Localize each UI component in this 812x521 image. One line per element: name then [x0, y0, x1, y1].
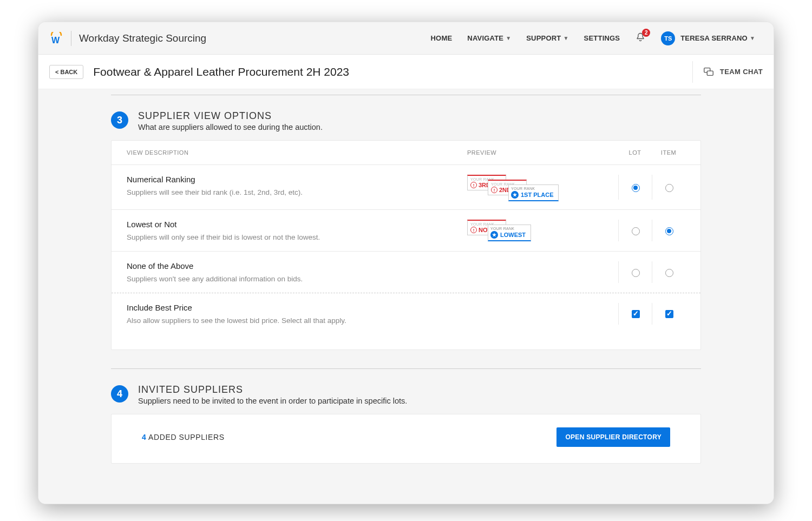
added-count-number: 4	[142, 433, 146, 441]
page-title: Footwear & Apparel Leather Procurement 2…	[93, 65, 349, 78]
page-subheader: < BACK Footwear & Apparel Leather Procur…	[38, 55, 774, 89]
radio-item-none[interactable]	[665, 269, 673, 277]
badge-value: LOWEST	[500, 232, 526, 238]
rank-badge-lowest: YOUR RANK ★LOWEST	[488, 225, 531, 241]
chevron-down-icon: ▼	[506, 35, 511, 41]
options-table-header: VIEW DESCRIPTION PREVIEW LOT ITEM	[112, 141, 700, 165]
nav-navigate-label: NAVIGATE	[467, 34, 503, 42]
badge-value: 1ST PLACE	[521, 192, 554, 198]
team-chat-label: TEAM CHAT	[720, 68, 763, 76]
rank-badge-1st: YOUR RANK ★1ST PLACE	[508, 184, 559, 201]
top-nav: W Workday Strategic Sourcing HOME NAVIGA…	[38, 22, 774, 55]
app-window: W Workday Strategic Sourcing HOME NAVIGA…	[38, 22, 774, 504]
brand-divider	[71, 31, 71, 46]
option-subtitle: Suppliers will see their bid rank (i.e. …	[127, 188, 456, 196]
chevron-down-icon: ▼	[750, 35, 755, 41]
step-badge-3: 3	[111, 111, 128, 129]
option-row-lowest: Lowest or Not Suppliers will only see if…	[112, 210, 700, 252]
star-icon: ★	[490, 231, 498, 239]
radio-item-numerical[interactable]	[665, 184, 673, 192]
nav-support-label: SUPPORT	[526, 34, 561, 42]
col-header-description: VIEW DESCRIPTION	[127, 149, 467, 156]
svg-rect-2	[707, 71, 713, 75]
user-avatar[interactable]: TS	[661, 31, 675, 45]
notifications-button[interactable]: 2	[635, 32, 646, 45]
star-icon: ★	[511, 191, 519, 199]
divider	[692, 61, 693, 83]
step-badge-4: 4	[111, 385, 128, 403]
option-title: None of the Above	[127, 261, 456, 271]
section-4-title: INVITED SUPPLIERS	[138, 384, 407, 395]
divider	[111, 95, 701, 95]
brand-title: Workday Strategic Sourcing	[79, 32, 206, 44]
chat-icon	[703, 66, 715, 78]
col-header-preview: PREVIEW	[467, 149, 619, 156]
nav-settings[interactable]: SETTINGS	[584, 34, 620, 42]
added-count-label: ADDED SUPPLIERS	[148, 433, 224, 441]
supplier-view-options-panel: VIEW DESCRIPTION PREVIEW LOT ITEM Numeri…	[111, 140, 701, 350]
checkbox-lot-best-price[interactable]	[632, 310, 640, 318]
radio-lot-lowest[interactable]	[632, 227, 640, 235]
radio-lot-numerical[interactable]	[632, 184, 640, 192]
option-title: Include Best Price	[127, 303, 456, 312]
nav-home-label: HOME	[430, 34, 452, 42]
divider	[111, 368, 701, 369]
badge-label: YOUR RANK	[490, 227, 526, 230]
radio-lot-none[interactable]	[632, 269, 640, 277]
section-3-header: 3 SUPPLIER VIEW OPTIONS What are supplie…	[111, 110, 701, 131]
option-subtitle: Suppliers won't see any additional infor…	[127, 275, 456, 283]
section-4-header: 4 INVITED SUPPLIERS Suppliers need to be…	[111, 384, 701, 405]
preview-numerical: YOUR RANK !3RD YOUR RANK !2ND YOUR RANK …	[467, 175, 619, 200]
badge-label: YOUR RANK	[511, 187, 554, 190]
page-body: 3 SUPPLIER VIEW OPTIONS What are supplie…	[38, 89, 774, 504]
nav-support[interactable]: SUPPORT▼	[526, 34, 568, 42]
back-button[interactable]: < BACK	[49, 65, 83, 79]
preview-lowest: YOUR RANK !NOT YOUR RANK ★LOWEST	[467, 220, 619, 240]
option-subtitle: Also allow suppliers to see the lowest b…	[127, 316, 456, 325]
notification-badge: 2	[642, 29, 650, 37]
invited-suppliers-panel: 4 ADDED SUPPLIERS OPEN SUPPLIER DIRECTOR…	[111, 414, 701, 464]
user-menu[interactable]: TERESA SERRANO ▼	[680, 34, 755, 42]
alert-icon: !	[491, 187, 497, 193]
col-header-item: ITEM	[652, 149, 685, 156]
chevron-down-icon: ▼	[564, 35, 569, 41]
nav-settings-label: SETTINGS	[584, 34, 620, 42]
nav-home[interactable]: HOME	[430, 34, 452, 42]
option-row-none: None of the Above Suppliers won't see an…	[112, 252, 700, 293]
user-name-label: TERESA SERRANO	[680, 34, 748, 42]
added-suppliers-count: 4 ADDED SUPPLIERS	[142, 433, 225, 441]
alert-icon: !	[470, 227, 477, 233]
workday-logo-icon: W	[49, 31, 63, 45]
alert-icon: !	[470, 182, 477, 188]
option-row-numerical: Numerical Ranking Suppliers will see the…	[112, 165, 700, 210]
option-title: Numerical Ranking	[127, 175, 456, 184]
section-3-subtitle: What are suppliers allowed to see during…	[138, 123, 323, 131]
col-header-lot: LOT	[618, 149, 652, 156]
nav-navigate[interactable]: NAVIGATE▼	[467, 34, 511, 42]
team-chat-button[interactable]: TEAM CHAT	[703, 66, 763, 78]
section-4-subtitle: Suppliers need to be invited to the even…	[138, 397, 407, 405]
open-supplier-directory-button[interactable]: OPEN SUPPLIER DIRECTORY	[556, 427, 670, 447]
option-subtitle: Suppliers will only see if their bid is …	[127, 233, 456, 241]
option-title: Lowest or Not	[127, 220, 456, 229]
section-3-title: SUPPLIER VIEW OPTIONS	[138, 110, 323, 122]
option-row-best-price: Include Best Price Also allow suppliers …	[112, 293, 700, 334]
svg-text:W: W	[51, 36, 60, 45]
checkbox-item-best-price[interactable]	[665, 310, 673, 318]
radio-item-lowest[interactable]	[665, 227, 673, 235]
